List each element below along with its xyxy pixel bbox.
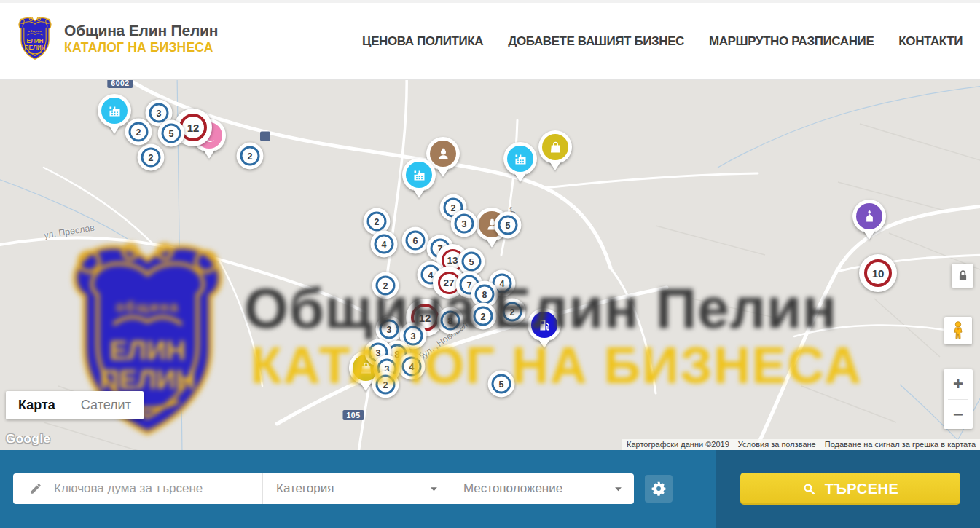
attribution-copyright: Картографски данни ©2019 xyxy=(622,439,734,450)
lock-button[interactable] xyxy=(952,264,973,288)
zoom-control: + − xyxy=(944,369,973,429)
cluster-marker[interactable]: 2 xyxy=(237,143,264,170)
cluster-marker[interactable]: 2 xyxy=(372,272,399,299)
nav-item-schedule[interactable]: МАРШРУТНО РАЗПИСАНИЕ xyxy=(709,34,874,49)
pencil-icon xyxy=(29,482,42,495)
cluster-marker[interactable]: 4 xyxy=(371,231,398,258)
cluster-marker[interactable]: 5 xyxy=(495,212,522,239)
map-view-button[interactable]: Карта xyxy=(6,391,68,419)
cluster-marker[interactable]: 2 xyxy=(499,299,526,326)
pin-church[interactable] xyxy=(852,200,886,246)
lock-icon xyxy=(957,269,969,283)
svg-text:община: община xyxy=(28,29,42,33)
road-shield: 6002 xyxy=(107,80,133,88)
zoom-out-button[interactable]: − xyxy=(944,400,973,430)
location-select-label: Местоположение xyxy=(463,481,562,496)
search-bar: Категория Местоположение ТЪРСЕНЕ xyxy=(0,450,980,528)
attribution-terms-link[interactable]: Условия за ползване xyxy=(734,439,820,450)
cluster-marker[interactable]: 3 xyxy=(451,210,478,237)
road-shield xyxy=(260,132,270,141)
search-button-label: ТЪРСЕНЕ xyxy=(825,481,899,497)
pegman-button[interactable] xyxy=(944,317,972,344)
logo-subtitle: КАТАЛОГ НА БИЗНЕСА xyxy=(64,40,218,55)
search-icon xyxy=(802,482,816,496)
pin-factory[interactable] xyxy=(503,142,537,189)
search-button[interactable]: ТЪРСЕНЕ xyxy=(740,473,960,505)
cluster-marker[interactable]: 6 xyxy=(402,227,429,254)
logo-title: Община Елин Пелин xyxy=(64,22,218,39)
nav-item-pricing[interactable]: ЦЕНОВА ПОЛИТИКА xyxy=(362,34,483,49)
main-nav: ЦЕНОВА ПОЛИТИКА ДОБАВЕТЕ ВАШИЯТ БИЗНЕС М… xyxy=(362,3,963,80)
map-attribution: Картографски данни ©2019 Условия за полз… xyxy=(622,439,980,450)
keyword-search-input[interactable] xyxy=(52,481,238,497)
zoom-in-button[interactable]: + xyxy=(944,369,973,399)
attribution-report-link[interactable]: Подаване на сигнал за грешка в картата xyxy=(820,439,980,450)
svg-text:ЕЛИН: ЕЛИН xyxy=(26,38,43,44)
pin-factory[interactable] xyxy=(402,158,436,205)
road-shield: 105 xyxy=(342,410,364,420)
satellite-view-button[interactable]: Сателит xyxy=(68,391,144,419)
header: община ЕЛИН ПЕЛИН Община Елин Пелин КАТА… xyxy=(0,0,980,80)
chevron-down-icon xyxy=(614,486,622,492)
nav-item-contacts[interactable]: КОНТАКТИ xyxy=(898,34,963,49)
search-filters-group: Категория Местоположение xyxy=(13,473,634,504)
municipality-emblem-icon: община ЕЛИН ПЕЛИН xyxy=(16,16,54,61)
chevron-down-icon xyxy=(430,486,438,492)
svg-text:ПЕЛИН: ПЕЛИН xyxy=(25,44,46,51)
cluster-marker[interactable]: 8 xyxy=(437,307,464,334)
logo-link[interactable]: община ЕЛИН ПЕЛИН Община Елин Пелин КАТА… xyxy=(16,16,218,61)
location-select[interactable]: Местоположение xyxy=(450,473,634,504)
cluster-marker[interactable]: 2 xyxy=(138,144,165,171)
cluster-marker[interactable]: 2 xyxy=(470,303,497,330)
cluster-marker[interactable]: 5 xyxy=(488,371,515,398)
gear-icon xyxy=(651,481,667,497)
pin-bag[interactable] xyxy=(538,130,572,177)
settings-button[interactable] xyxy=(645,475,673,503)
cluster-marker[interactable]: 5 xyxy=(158,120,185,147)
cluster-marker[interactable]: 10 xyxy=(859,254,897,292)
map-canvas[interactable]: ул. Преславции"бул. „Новосел6002105 2321… xyxy=(0,80,980,450)
map-type-control: Карта Сателит xyxy=(6,391,144,419)
google-logo[interactable]: Google xyxy=(6,432,51,446)
keyword-section xyxy=(13,473,262,504)
cluster-marker[interactable]: 4 xyxy=(399,353,426,380)
nav-item-add-business[interactable]: ДОБАВЕТЕ ВАШИЯТ БИЗНЕС xyxy=(508,34,684,49)
category-select[interactable]: Категория xyxy=(262,473,450,504)
pegman-icon xyxy=(949,320,968,341)
category-select-label: Категория xyxy=(276,481,334,496)
cluster-marker[interactable]: 2 xyxy=(125,119,152,146)
window: { "emblem": {"top": "община", "name1": "… xyxy=(0,0,980,528)
cluster-marker[interactable]: 2 xyxy=(372,371,399,398)
pin-fuel[interactable] xyxy=(528,308,561,355)
